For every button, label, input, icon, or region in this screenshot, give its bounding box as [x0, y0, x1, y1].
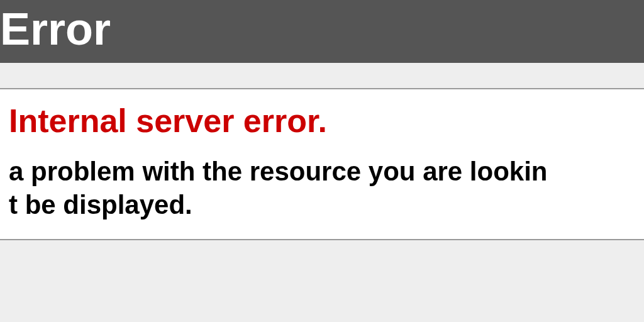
page-header: Error — [0, 0, 644, 63]
spacer — [0, 63, 644, 88]
error-panel: Internal server error. a problem with th… — [0, 88, 644, 240]
error-body: a problem with the resource you are look… — [9, 155, 644, 221]
error-body-line-2: t be displayed. — [9, 189, 644, 222]
page-title: Error — [0, 4, 111, 54]
error-heading: Internal server error. — [9, 103, 644, 139]
error-body-line-1: a problem with the resource you are look… — [9, 155, 644, 189]
